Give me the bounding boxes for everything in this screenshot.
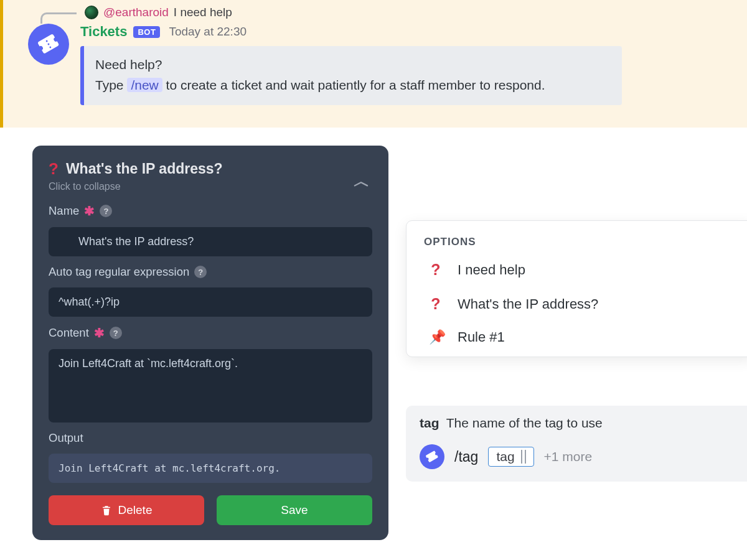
command-strip: tag The name of the tag to use /tag tag … <box>406 406 747 482</box>
regex-label: Auto tag regular expression ? <box>49 265 372 279</box>
command-chip[interactable]: /new <box>127 78 162 92</box>
pin-icon: 📌 <box>429 329 443 345</box>
option-label: Rule #1 <box>458 329 505 345</box>
reply-text: I need help <box>174 6 232 19</box>
discord-message-region: @eartharoid I need help Tickets BOT Toda… <box>0 0 747 128</box>
options-heading: OPTIONS <box>424 236 736 248</box>
question-icon: ? <box>429 261 443 279</box>
panel-header[interactable]: ? What's the IP address? Click to collap… <box>32 159 388 192</box>
slash-command[interactable]: /tag <box>454 449 478 465</box>
param-chip[interactable]: tag <box>488 447 533 467</box>
save-button[interactable]: Save <box>217 495 372 525</box>
bot-badge: BOT <box>133 26 160 38</box>
output-label: Output <box>49 431 372 445</box>
trash-icon <box>101 504 112 516</box>
command-app-badge[interactable] <box>420 444 444 469</box>
chevron-up-icon[interactable]: ︿ <box>354 159 372 192</box>
command-description: tag The name of the tag to use <box>420 416 741 431</box>
question-icon: ? <box>429 295 443 313</box>
reply-avatar <box>85 6 98 19</box>
help-icon[interactable]: ? <box>194 266 207 278</box>
regex-input[interactable] <box>49 287 372 317</box>
embed-line2: Type /new to create a ticket and wait pa… <box>95 75 609 96</box>
bot-message-row: Tickets BOT Today at 22:30 Need help? Ty… <box>28 24 737 105</box>
content-label: Content ✱ ? <box>49 325 372 340</box>
reply-line <box>40 12 77 24</box>
option-item[interactable]: 📌 Rule #1 <box>429 329 736 345</box>
required-star: ✱ <box>94 325 105 340</box>
options-popup: OPTIONS ? I need help ? What's the IP ad… <box>406 220 747 357</box>
message-timestamp: Today at 22:30 <box>169 25 247 39</box>
more-params[interactable]: +1 more <box>544 449 593 464</box>
tag-editor-panel: ? What's the IP address? Click to collap… <box>32 146 388 540</box>
message-header: Tickets BOT Today at 22:30 <box>80 24 737 40</box>
panel-title: What's the IP address? <box>66 161 223 177</box>
bot-name[interactable]: Tickets <box>80 24 127 40</box>
bot-avatar[interactable] <box>28 24 69 65</box>
ticket-icon <box>34 30 63 58</box>
reply-username[interactable]: @eartharoid <box>103 6 169 19</box>
reply-row[interactable]: @eartharoid I need help <box>85 5 737 20</box>
output-preview: Join Left4Craft at mc.left4craft.org. <box>49 454 372 483</box>
panel-subtitle: Click to collapse <box>49 181 223 192</box>
option-label: I need help <box>458 262 525 278</box>
delete-button[interactable]: Delete <box>49 495 204 525</box>
content-textarea[interactable] <box>49 349 372 422</box>
help-icon[interactable]: ? <box>110 327 122 339</box>
option-item[interactable]: ? What's the IP address? <box>429 295 736 313</box>
name-label: Name ✱ ? <box>49 203 372 218</box>
question-icon: ? <box>49 159 59 179</box>
embed: Need help? Type /new to create a ticket … <box>80 46 622 105</box>
reply-spine <box>29 6 79 20</box>
required-star: ✱ <box>84 203 95 218</box>
help-icon[interactable]: ? <box>100 205 112 217</box>
ticket-icon <box>423 448 440 465</box>
name-input[interactable] <box>49 227 372 256</box>
option-label: What's the IP address? <box>458 296 598 312</box>
embed-line1: Need help? <box>95 55 609 75</box>
option-item[interactable]: ? I need help <box>429 261 736 279</box>
